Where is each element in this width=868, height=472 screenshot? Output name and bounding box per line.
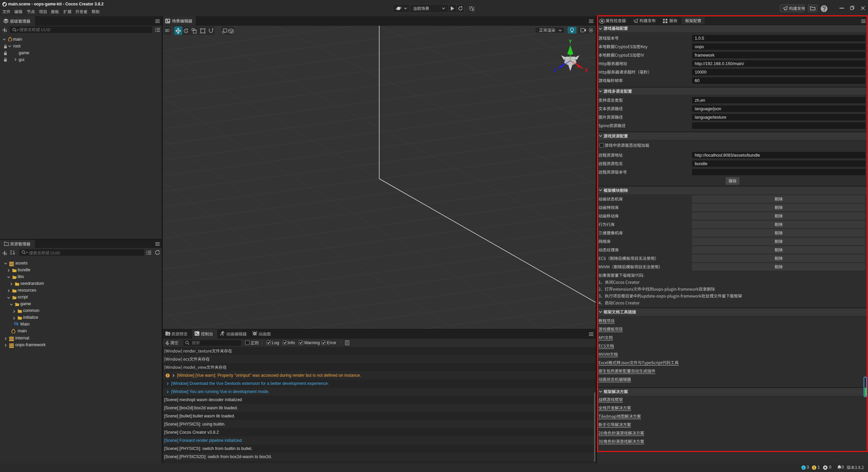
svg-text:i: i (803, 466, 804, 470)
svg-text:X: X (585, 67, 588, 73)
svg-text:Z: Z (554, 67, 557, 73)
svg-text:Y: Y (569, 39, 572, 44)
